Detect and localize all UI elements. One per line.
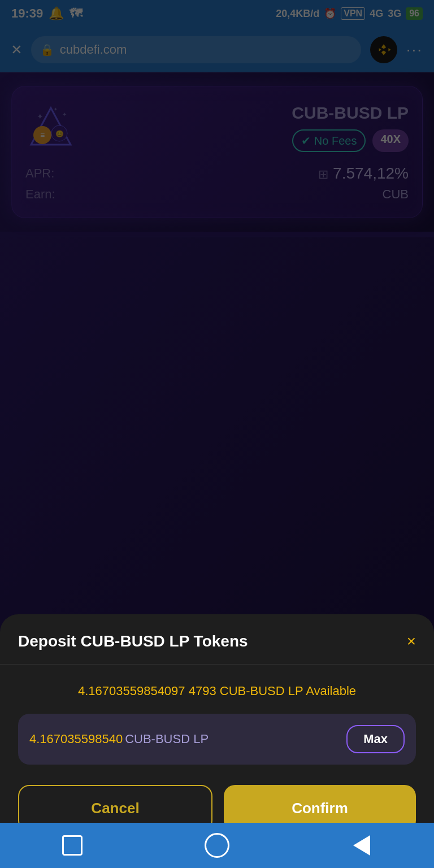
- max-button[interactable]: Max: [346, 725, 405, 753]
- modal-close-button[interactable]: ×: [407, 632, 416, 650]
- recent-apps-icon: [62, 835, 83, 856]
- back-icon: [353, 835, 370, 856]
- amount-input-row: 4.167035598540CUB-BUSD LP Max: [18, 714, 416, 765]
- available-balance-text: 4.16703559854097 4793 CUB-BUSD LP Availa…: [18, 683, 416, 700]
- modal-header: Deposit CUB-BUSD LP Tokens ×: [0, 614, 434, 665]
- nav-back-button[interactable]: [348, 832, 375, 859]
- nav-recent-button[interactable]: [59, 832, 86, 859]
- navigation-bar: [0, 823, 434, 868]
- nav-home-button[interactable]: [203, 832, 231, 859]
- amount-input[interactable]: 4.167035598540CUB-BUSD LP: [29, 732, 346, 747]
- home-icon: [205, 833, 229, 858]
- modal-title: Deposit CUB-BUSD LP Tokens: [18, 632, 248, 650]
